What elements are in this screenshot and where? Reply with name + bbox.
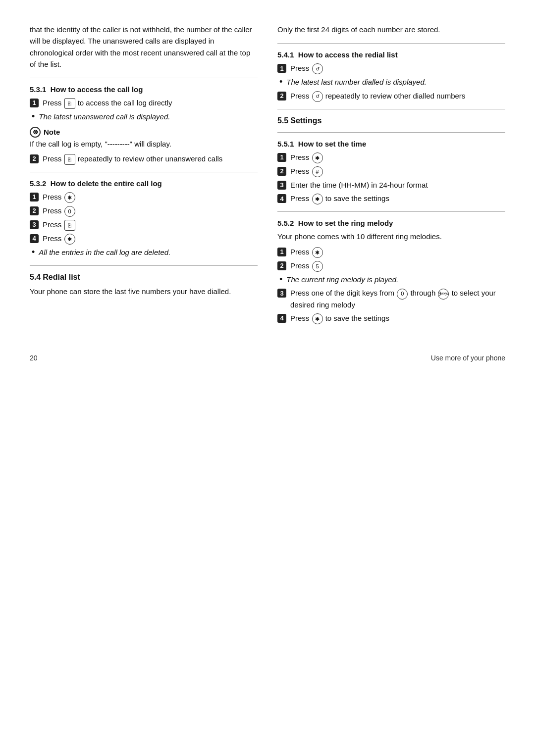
divider-r3 xyxy=(277,132,505,133)
divider-3 xyxy=(30,265,258,266)
bullet-541-1: • The latest last number dialled is disp… xyxy=(279,77,505,88)
calllog-icon-3: ⎘ xyxy=(64,220,75,231)
step-text-551-3: Enter the time (HH-MM) in 24-hour format xyxy=(290,180,505,191)
step-num-552-4: 4 xyxy=(277,314,286,323)
step-num-531-1: 1 xyxy=(30,99,39,107)
section-552-title: 5.5.2 How to set the ring melody xyxy=(277,219,393,227)
section-54-text: Your phone can store the last five numbe… xyxy=(30,286,258,297)
step-text-552-2: Press 5 xyxy=(290,260,505,272)
step-541-1: 1 Press ↺ xyxy=(277,63,505,74)
section-55-title: Settings xyxy=(290,116,321,125)
note-531-text: If the call log is empty, "---------" wi… xyxy=(30,139,258,150)
step-551-1: 1 Press ✱ xyxy=(277,152,505,163)
section-532-title: 5.3.2 How to delete the entire call log xyxy=(30,179,162,188)
step-num-531-2: 2 xyxy=(30,154,39,163)
section-532: 5.3.2 How to delete the entire call log … xyxy=(30,179,258,258)
step-532-3: 3 Press ⎘ xyxy=(30,219,258,231)
section-531: 5.3.1 How to access the call log 1 Press… xyxy=(30,85,258,165)
step-num-551-4: 4 xyxy=(277,194,286,203)
step-text-541-2: Press ↺ repeatedly to review other diall… xyxy=(290,91,505,102)
bullet-dot-1: • xyxy=(32,111,35,122)
step-num-541-2: 2 xyxy=(277,92,286,101)
step-552-1: 1 Press ✱ xyxy=(277,247,505,258)
section-531-header: 5.3.1 How to access the call log xyxy=(30,85,258,94)
step-num-532-3: 3 xyxy=(30,220,39,229)
step-text-552-4: Press ✱ to save the settings xyxy=(290,313,505,324)
note-531-header: ⊗ Note xyxy=(30,127,258,138)
step-text-551-2: Press # xyxy=(290,166,505,177)
section-54-title: Redial list xyxy=(43,273,80,282)
section-551: 5.5.1 How to set the time 1 Press ✱ 2 Pr… xyxy=(277,140,505,205)
step-551-3: 3 Enter the time (HH-MM) in 24-hour form… xyxy=(277,180,505,191)
section-54-num: 5.4 xyxy=(30,273,41,282)
step-text-531-2: Press ⎘ repeatedly to review other unans… xyxy=(43,153,258,165)
step-532-2: 2 Press 0 xyxy=(30,205,258,217)
section-531-steps2: 2 Press ⎘ repeatedly to review other una… xyxy=(30,153,258,165)
section-531-title: 5.3.1 How to access the call log xyxy=(30,85,143,94)
zero-icon-1: 0 xyxy=(64,206,75,217)
step-num-552-3: 3 xyxy=(277,289,286,298)
note-label: Note xyxy=(44,128,60,136)
step-text-552-1: Press ✱ xyxy=(290,247,505,258)
step-num-532-1: 1 xyxy=(30,193,39,202)
divider-2 xyxy=(30,172,258,172)
redial-icon-2: ↺ xyxy=(312,91,323,102)
step-532-1: 1 Press ✱ xyxy=(30,192,258,203)
section-532-steps: 1 Press ✱ 2 Press 0 3 Press ⎘ xyxy=(30,192,258,245)
section-551-steps: 1 Press ✱ 2 Press # 3 Enter the time (HH… xyxy=(277,152,505,205)
step-text-532-3: Press ⎘ xyxy=(43,219,258,231)
section-552: 5.5.2 How to set the ring melody Your ph… xyxy=(277,219,505,324)
note-icon: ⊗ xyxy=(30,127,41,138)
bullet-dot-2: • xyxy=(32,247,35,258)
divider-r2 xyxy=(277,109,505,109)
section-552-header: 5.5.2 How to set the ring melody xyxy=(277,219,505,227)
section-54: 5.4 Redial list Your phone can store the… xyxy=(30,273,258,297)
step-text-532-2: Press 0 xyxy=(43,205,258,217)
bullet-text-531-1: The latest unanswered call is displayed. xyxy=(39,111,170,123)
step-text-532-1: Press ✱ xyxy=(43,192,258,203)
step-text-551-1: Press ✱ xyxy=(290,152,505,163)
bullet-dot-r1: • xyxy=(279,77,282,88)
step-552-3: 3 Press one of the digit keys from 0 thr… xyxy=(277,288,505,310)
right-intro: Only the first 24 digits of each number … xyxy=(277,24,505,35)
step-551-4: 4 Press ✱ to save the settings xyxy=(277,193,505,204)
bullet-text-541-1: The latest last number dialled is displa… xyxy=(286,77,427,88)
step-541-2: 2 Press ↺ repeatedly to review other dia… xyxy=(277,91,505,102)
step-text-551-4: Press ✱ to save the settings xyxy=(290,193,505,204)
divider-r1 xyxy=(277,43,505,44)
divider-1 xyxy=(30,78,258,78)
hash-icon-1: # xyxy=(312,166,323,177)
section-541-title: 5.4.1 How to access the redial list xyxy=(277,50,398,59)
section-552-steps2: 3 Press one of the digit keys from 0 thr… xyxy=(277,288,505,324)
section-552-intro: Your phone comes with 10 different ring … xyxy=(277,231,505,243)
step-551-2: 2 Press # xyxy=(277,166,505,177)
step-num-551-3: 3 xyxy=(277,181,286,190)
section-532-header: 5.3.2 How to delete the entire call log xyxy=(30,179,258,188)
step-num-541-1: 1 xyxy=(277,64,286,73)
step-num-551-1: 1 xyxy=(277,153,286,162)
right-column: Only the first 24 digits of each number … xyxy=(277,24,505,330)
step-text-531-1: Press ⎘ to access the call log directly xyxy=(43,98,258,109)
step-num-552-1: 1 xyxy=(277,248,286,256)
zero-icon-r1: 0 xyxy=(397,289,408,300)
calllog-icon-1: ⎘ xyxy=(64,98,75,109)
section-55: 5.5 Settings xyxy=(277,116,505,125)
menu-icon-r3: ✱ xyxy=(312,247,323,258)
bullet-text-532-1: All the entries in the call log are dele… xyxy=(39,247,170,258)
bullet-552-1: • The current ring melody is played. xyxy=(279,274,505,286)
step-num-532-2: 2 xyxy=(30,206,39,215)
step-num-551-2: 2 xyxy=(277,167,286,176)
section-552-steps: 1 Press ✱ 2 Press 5 xyxy=(277,247,505,272)
section-55-header: 5.5 Settings xyxy=(277,116,505,125)
menu-icon-2: ✱ xyxy=(64,234,75,245)
nine-icon-1: 9wxyz xyxy=(438,289,449,300)
step-552-4: 4 Press ✱ to save the settings xyxy=(277,313,505,324)
section-541-steps: 1 Press ↺ xyxy=(277,63,505,74)
step-532-4: 4 Press ✱ xyxy=(30,233,258,245)
step-num-532-4: 4 xyxy=(30,234,39,243)
menu-icon-r2: ✱ xyxy=(312,194,323,204)
section-55-num: 5.5 xyxy=(277,116,288,125)
note-531: ⊗ Note If the call log is empty, "------… xyxy=(30,127,258,150)
step-text-552-3: Press one of the digit keys from 0 throu… xyxy=(290,288,505,310)
menu-icon-r1: ✱ xyxy=(312,152,323,163)
